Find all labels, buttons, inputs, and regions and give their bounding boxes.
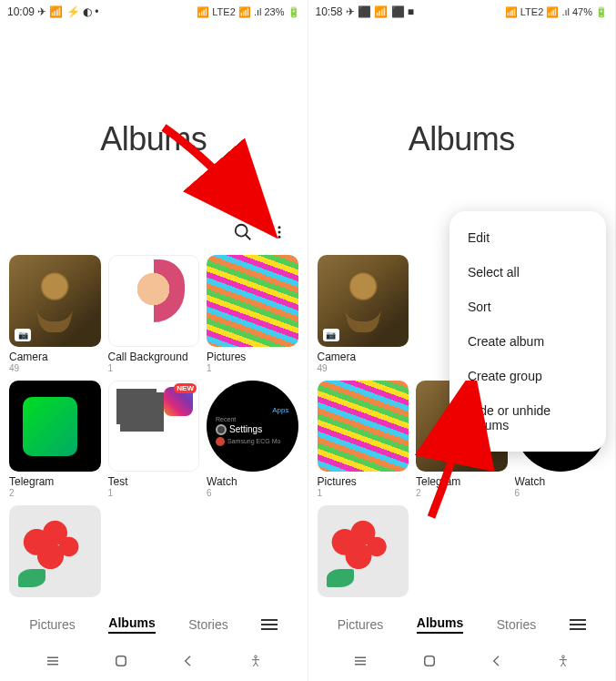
svg-point-4 [278,236,280,239]
album-test[interactable]: NEW Test 1 [108,381,200,499]
album-count: 1 [207,363,298,373]
watch-settings-label: Settings [229,424,262,434]
album-grid: 📷 Camera 49 Call Background 1 Pictures 1… [0,249,308,603]
gear-icon [216,424,227,435]
album-count: 1 [108,363,200,373]
svg-line-1 [245,235,250,240]
menu-item-sort[interactable]: Sort [449,290,606,324]
status-network: 📶 LTE2 📶 .ıl [197,6,261,18]
svg-line-13 [256,663,258,666]
back-button[interactable] [490,654,504,672]
more-icon[interactable] [269,222,289,242]
recents-button[interactable] [352,653,369,673]
album-name: Pictures [318,475,409,488]
album-count: 2 [9,488,101,498]
menu-item-edit[interactable]: Edit [449,220,606,255]
album-camera[interactable]: 📷 Camera 49 [9,255,101,373]
album-extra[interactable] [9,505,101,597]
home-button[interactable] [421,653,438,673]
album-thumbnail [9,505,101,597]
album-count: 2 [416,488,508,498]
status-time: 10:58 [316,5,343,18]
album-thumbnail: NEW [108,381,200,473]
svg-point-19 [562,656,565,658]
album-thumbnail [108,255,200,347]
menu-item-select-all[interactable]: Select all [449,255,606,290]
album-count: 1 [108,488,200,498]
search-icon[interactable] [233,222,253,242]
tab-pictures[interactable]: Pictures [338,617,384,632]
album-name: Camera [318,351,409,363]
album-thumbnail [318,381,409,473]
page-title: Albums [0,20,308,222]
album-call-background[interactable]: Call Background 1 [108,255,200,373]
album-thumbnail [9,381,101,473]
album-name: Camera [9,351,101,363]
menu-item-hide[interactable]: Hide or unhide albums [449,393,606,442]
battery-icon: 🔋 [288,6,300,18]
album-name: Pictures [207,351,298,363]
album-count: 6 [207,488,298,498]
album-name: Call Background [108,351,200,363]
tab-albums[interactable]: Albums [417,615,463,634]
new-badge: NEW [174,383,197,393]
hamburger-icon[interactable] [261,619,278,630]
album-thumbnail: Apps Recent Settings Samsung ECG Mo [207,381,298,473]
album-count: 49 [9,363,101,373]
status-bar: 10:09 ✈ 📶 ⚡ ◐ • 📶 LTE2 📶 .ıl 23% 🔋 [0,0,308,20]
album-count: 1 [318,488,409,498]
menu-popup: Edit Select all Sort Create album Create… [449,211,606,452]
album-name: Telegram [9,475,101,488]
menu-item-create-group[interactable]: Create group [449,359,606,393]
watch-samsung-label: Samsung ECG Mo [227,438,280,444]
accessibility-button[interactable] [248,654,263,672]
tab-stories[interactable]: Stories [497,617,537,632]
svg-rect-8 [116,656,126,666]
status-bar: 10:58 ✈ ⬛ 📶 ⬛ ■ 📶 LTE2 📶 .ıl 47% 🔋 [308,0,616,20]
tab-albums[interactable]: Albums [108,615,155,634]
recents-button[interactable] [45,653,61,673]
album-name: Telegram [416,475,508,488]
watch-apps-label: Apps [216,406,288,414]
album-extra[interactable] [318,505,409,597]
watch-recent-label: Recent [216,416,288,422]
album-camera[interactable]: 📷 Camera 49 [318,255,409,373]
tab-stories[interactable]: Stories [188,617,228,632]
album-name: Watch [207,475,298,488]
bottom-tabs: Pictures Albums Stories [308,605,616,645]
android-nav-bar [0,645,308,681]
album-name: Test [108,475,200,488]
svg-point-9 [254,656,257,658]
accessibility-button[interactable] [556,654,571,672]
status-battery: 47% [572,6,592,17]
album-name: Watch [515,475,607,488]
album-thumbnail: 📷 [9,255,101,347]
status-network: 📶 LTE2 📶 .ıl [505,6,570,18]
album-count: 6 [515,488,607,498]
album-count: 49 [318,363,409,373]
hamburger-icon[interactable] [570,619,586,630]
tab-pictures[interactable]: Pictures [29,617,76,632]
album-thumbnail [207,255,298,347]
status-icons: ✈ 📶 ⚡ ◐ • [37,5,99,18]
album-telegram[interactable]: Telegram 2 [9,381,101,499]
svg-point-3 [278,231,280,234]
camera-icon: 📷 [15,329,31,341]
svg-line-23 [563,663,566,666]
status-time: 10:09 [7,5,35,18]
health-icon [216,437,225,446]
album-pictures[interactable]: Pictures 1 [318,381,409,499]
bottom-tabs: Pictures Albums Stories [0,605,308,645]
status-icons: ✈ ⬛ 📶 ⬛ ■ [346,5,415,18]
album-watch[interactable]: Apps Recent Settings Samsung ECG Mo Watc… [207,381,298,499]
camera-icon: 📷 [323,329,339,341]
svg-rect-18 [424,656,434,666]
back-button[interactable] [181,654,196,672]
svg-line-12 [253,663,256,666]
menu-item-create-album[interactable]: Create album [449,324,606,359]
svg-point-2 [278,226,280,229]
home-button[interactable] [113,653,129,673]
svg-line-22 [561,663,564,666]
album-pictures[interactable]: Pictures 1 [207,255,298,373]
android-nav-bar [308,645,616,681]
